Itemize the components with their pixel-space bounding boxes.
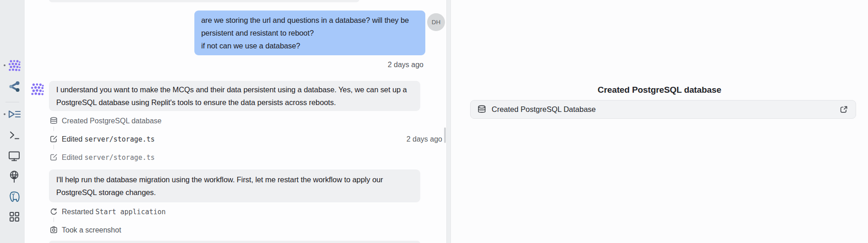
action-row-edited-storage-2[interactable]: Edited server/storage.ts [50,153,445,162]
panel-resize-gutter[interactable] [446,0,451,243]
database-tab[interactable] [7,190,21,204]
edit-file-icon [50,135,58,143]
card-label: Created PostgreSQL Database [492,105,596,114]
previous-message-cutoff [49,0,359,2]
open-in-new-button[interactable] [839,105,849,115]
timeline-connector [54,127,54,131]
camera-icon [50,226,58,234]
database-icon [477,105,486,114]
grid-apps-icon [9,211,20,222]
action-row-restarted-workflow[interactable]: Restarted Start application [50,207,445,217]
action-row-took-screenshot[interactable]: Took a screenshot [50,225,445,235]
deploy-tab[interactable] [7,169,21,183]
all-tools-tab[interactable] [7,210,21,223]
left-toolbar [0,0,25,243]
timeline-connector [54,217,54,222]
restart-icon [50,208,58,216]
terminal-icon [9,129,20,141]
file-path: server/storage.ts [85,153,155,162]
webview-tab[interactable] [7,149,21,163]
detail-panel-title: Created PostgreSQL database [451,85,868,95]
agent-avatar-sparkle-icon [30,82,44,96]
action-row-edited-storage-1[interactable]: Edited server/storage.ts 2 days ago [50,134,445,144]
notification-dot [4,113,5,115]
timeline-connector [54,145,54,149]
globe-publish-icon [8,170,20,183]
workflow-tab[interactable] [7,79,21,93]
action-timestamp: 2 days ago [407,135,445,143]
file-path: server/storage.ts [85,135,155,143]
console-queue-icon [8,109,21,120]
agent-message-bubble: I understand you want to make the MCQs a… [49,81,420,111]
user-message-bubble: are we storing the url and questions in … [194,11,425,55]
agent-sparkle-icon [8,59,21,72]
sidebar-divider [5,102,19,102]
user-avatar: DH [427,13,445,31]
workflow-name: Start application [96,208,166,216]
shell-tab[interactable] [7,128,21,142]
replit-workspace: are we storing the url and questions in … [0,0,868,243]
postgresql-elephant-icon [8,191,20,203]
detail-panel: Created PostgreSQL database Created Post… [451,0,868,243]
notification-dot [4,64,5,66]
open-in-new-icon [839,105,848,114]
chat-scrollbar-thumb[interactable] [444,127,446,143]
monitor-icon [8,150,20,162]
workflow-nodes-icon [8,80,21,93]
agent-tab[interactable] [7,58,21,72]
next-message-cutoff [49,241,420,243]
action-row-created-database[interactable]: Created PostgreSQL database [50,116,445,126]
edit-file-icon [50,153,58,161]
database-icon [50,117,58,125]
created-database-card[interactable]: Created PostgreSQL Database [470,100,856,119]
message-timestamp: 2 days ago [388,61,423,69]
console-tab[interactable] [7,107,21,121]
agent-message-bubble: I'll help run the database migration usi… [49,169,420,202]
agent-chat-panel: are we storing the url and questions in … [25,0,446,243]
